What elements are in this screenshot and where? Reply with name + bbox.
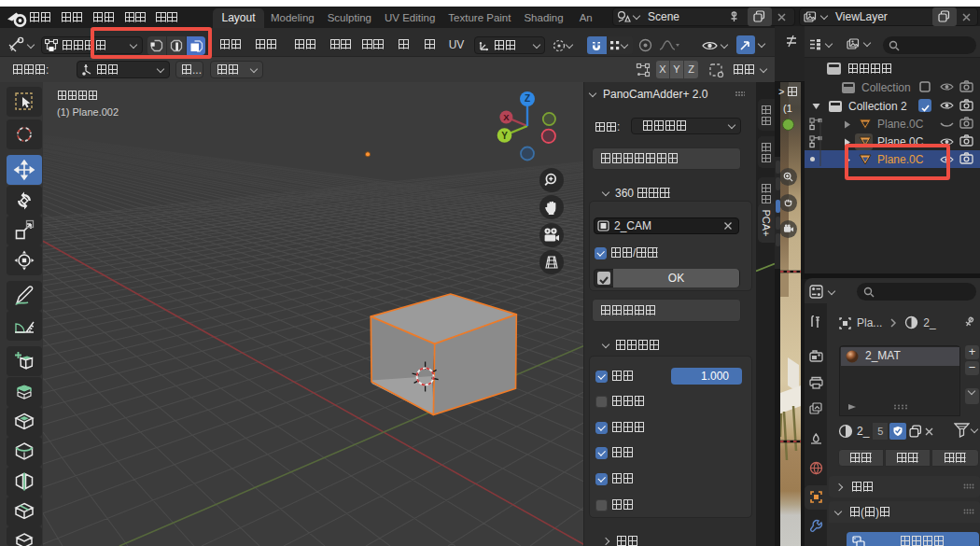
- svg-text:PCA+: PCA+: [761, 209, 772, 236]
- svg-text:X: X: [503, 112, 510, 122]
- svg-text:Y: Y: [501, 131, 508, 141]
- svg-text:Z: Z: [525, 93, 530, 104]
